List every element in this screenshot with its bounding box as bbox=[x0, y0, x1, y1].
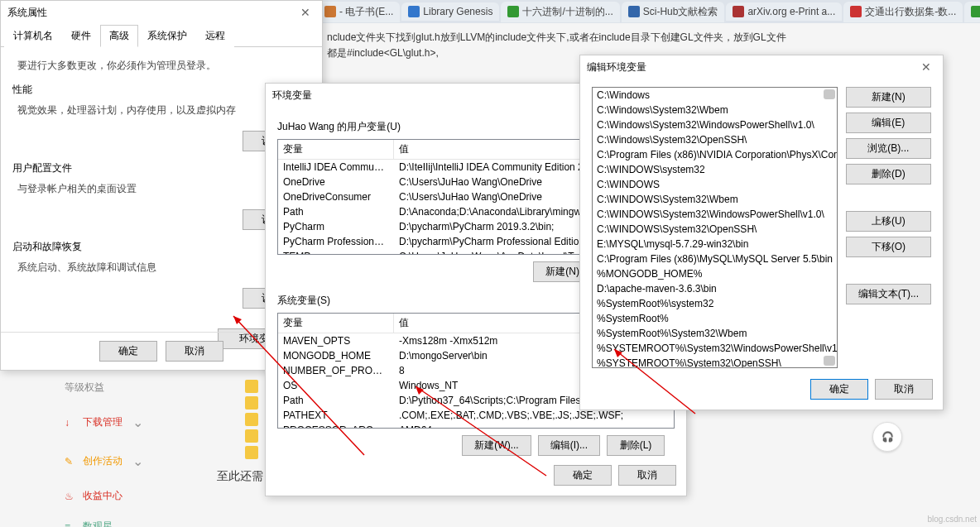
path-item[interactable]: C:\Program Files (x86)\NVIDIA Corporatio… bbox=[593, 147, 837, 162]
new-button[interactable]: 新建(N) bbox=[846, 87, 931, 108]
ok-button[interactable]: 确定 bbox=[554, 465, 612, 486]
ok-button[interactable]: 确定 bbox=[99, 341, 157, 362]
download-icon: ↓ bbox=[65, 417, 76, 429]
path-item[interactable]: C:\Windows bbox=[593, 88, 837, 103]
tab-system-protection[interactable]: 系统保护 bbox=[138, 25, 196, 47]
ok-button[interactable]: 确定 bbox=[810, 379, 868, 400]
browser-tab[interactable]: 十六进制/十进制的... bbox=[501, 2, 619, 22]
scroll-down-icon[interactable] bbox=[824, 356, 835, 366]
sidebar-item-level[interactable]: 等级权益 bbox=[61, 372, 161, 403]
edit-text-button[interactable]: 编辑文本(T)... bbox=[846, 284, 931, 304]
path-item[interactable]: C:\WINDOWS\System32\OpenSSH\ bbox=[593, 222, 837, 237]
sidebar-item-earnings[interactable]: ♨收益中心 bbox=[61, 481, 161, 511]
path-item[interactable]: C:\Windows\System32\WindowsPowerShell\v1… bbox=[593, 117, 837, 132]
edit-env-variable-dialog: 编辑环境变量 ✕ C:\WindowsC:\Windows\System32\W… bbox=[579, 55, 944, 410]
sidebar-nav: 等级权益 ↓下载管理⌄ ✎创作活动⌄ ♨收益中心 ≡数观星 bbox=[61, 372, 161, 527]
path-item[interactable]: %SystemRoot% bbox=[593, 311, 837, 326]
close-icon[interactable]: ✕ bbox=[916, 59, 936, 75]
move-down-button[interactable]: 下移(O) bbox=[846, 237, 931, 257]
browser-tab[interactable]: 交通出行数据集-数... bbox=[843, 2, 963, 22]
path-item[interactable]: %SYSTEMROOT%\System32\WindowsPowerShell\… bbox=[593, 341, 837, 356]
path-item[interactable]: C:\WINDOWS\System32\WindowsPowerShell\v1… bbox=[593, 207, 837, 222]
close-icon[interactable]: ✕ bbox=[295, 4, 315, 21]
chevron-down-icon: ⌄ bbox=[129, 450, 147, 472]
path-item[interactable]: %SYSTEMROOT%\System32\OpenSSH\ bbox=[593, 356, 837, 368]
sidebar-item-create[interactable]: ✎创作活动⌄ bbox=[61, 442, 161, 481]
fire-icon: ♨ bbox=[65, 491, 76, 502]
tab-advanced[interactable]: 高级 bbox=[100, 25, 138, 47]
dialog-title: 编辑环境变量 bbox=[587, 60, 646, 74]
compose-icon: ✎ bbox=[65, 456, 76, 467]
folder-icon bbox=[245, 413, 258, 426]
system-delete-button[interactable]: 删除(L) bbox=[607, 435, 665, 456]
browser-tab[interactable]: Library Genesis bbox=[401, 2, 499, 21]
chart-icon: ≡ bbox=[65, 521, 76, 528]
background-text: 至此还需 bbox=[217, 469, 263, 484]
admin-note: 要进行大多数更改，你必须作为管理员登录。 bbox=[12, 55, 310, 79]
browser-tab[interactable]: 其他书 bbox=[964, 2, 980, 22]
browser-tabs-bar: - 电子书(E... Library Genesis 十六进制/十进制的... … bbox=[315, 0, 980, 23]
path-item[interactable]: C:\Program Files (x86)\MySQL\MySQL Serve… bbox=[593, 252, 837, 266]
cancel-button[interactable]: 取消 bbox=[618, 465, 676, 486]
path-item[interactable]: %SystemRoot%\System32\Wbem bbox=[593, 326, 837, 341]
path-item[interactable]: C:\WINDOWS\System32\Wbem bbox=[593, 192, 837, 207]
system-edit-button[interactable]: 编辑(I)... bbox=[538, 435, 600, 456]
chevron-down-icon: ⌄ bbox=[129, 411, 147, 434]
system-new-button[interactable]: 新建(W)... bbox=[462, 435, 531, 456]
path-item[interactable]: C:\Windows\System32\OpenSSH\ bbox=[593, 132, 837, 147]
folder-icon bbox=[245, 446, 258, 459]
browser-tab[interactable]: Sci-Hub文献检索 bbox=[622, 2, 725, 22]
folder-icon bbox=[245, 380, 258, 393]
dialog-title: 环境变量 bbox=[272, 89, 312, 103]
move-up-button[interactable]: 上移(U) bbox=[846, 211, 931, 232]
path-item[interactable]: D:\apache-maven-3.6.3\bin bbox=[593, 281, 837, 296]
folder-icon bbox=[245, 396, 258, 410]
path-item[interactable]: %MONGODB_HOME% bbox=[593, 266, 837, 281]
button-column: 新建(N) 编辑(E) 浏览(B)... 删除(D) 上移(U) 下移(O) 编… bbox=[838, 87, 931, 368]
folder-icon bbox=[245, 429, 258, 443]
tab-hardware[interactable]: 硬件 bbox=[62, 25, 100, 47]
dialog-titlebar: 编辑环境变量 ✕ bbox=[580, 55, 943, 79]
scroll-up-icon[interactable] bbox=[824, 89, 835, 99]
delete-button[interactable]: 删除(D) bbox=[846, 164, 931, 184]
path-item[interactable]: C:\Windows\System32\Wbem bbox=[593, 103, 837, 117]
edit-button[interactable]: 编辑(E) bbox=[846, 113, 931, 133]
browser-tab[interactable]: - 电子书(E... bbox=[318, 2, 400, 22]
dialog-title: 系统属性 bbox=[7, 6, 47, 20]
tab-remote[interactable]: 远程 bbox=[196, 25, 234, 47]
path-item[interactable]: E:\MYSQL\mysql-5.7.29-win32\bin bbox=[593, 237, 837, 252]
sidebar-item-download[interactable]: ↓下载管理⌄ bbox=[61, 403, 161, 442]
path-item[interactable]: C:\WINDOWS\system32 bbox=[593, 162, 837, 177]
path-list[interactable]: C:\WindowsC:\Windows\System32\WbemC:\Win… bbox=[592, 87, 838, 368]
dialog-titlebar: 系统属性 ✕ bbox=[1, 1, 322, 24]
tab-computer-name[interactable]: 计算机名 bbox=[4, 25, 62, 47]
cancel-button[interactable]: 取消 bbox=[166, 341, 223, 362]
path-item[interactable]: %SystemRoot%\system32 bbox=[593, 296, 837, 311]
sidebar-item-data[interactable]: ≡数观星 bbox=[61, 511, 161, 527]
support-icon[interactable]: 🎧 bbox=[872, 422, 902, 452]
cancel-button[interactable]: 取消 bbox=[875, 379, 933, 400]
browser-tab[interactable]: arXiv.org e-Print a... bbox=[726, 2, 842, 21]
browse-button[interactable]: 浏览(B)... bbox=[846, 138, 931, 159]
table-row[interactable]: PROCESSOR_ARCHITECTU...AMD64 bbox=[278, 423, 674, 429]
file-icons bbox=[245, 376, 265, 462]
path-item[interactable]: C:\WINDOWS bbox=[593, 177, 837, 192]
column-variable[interactable]: 变量 bbox=[278, 314, 394, 333]
watermark: blog.csdn.net bbox=[928, 515, 978, 524]
tab-strip: 计算机名 硬件 高级 系统保护 远程 bbox=[1, 24, 322, 47]
column-variable[interactable]: 变量 bbox=[278, 140, 394, 159]
